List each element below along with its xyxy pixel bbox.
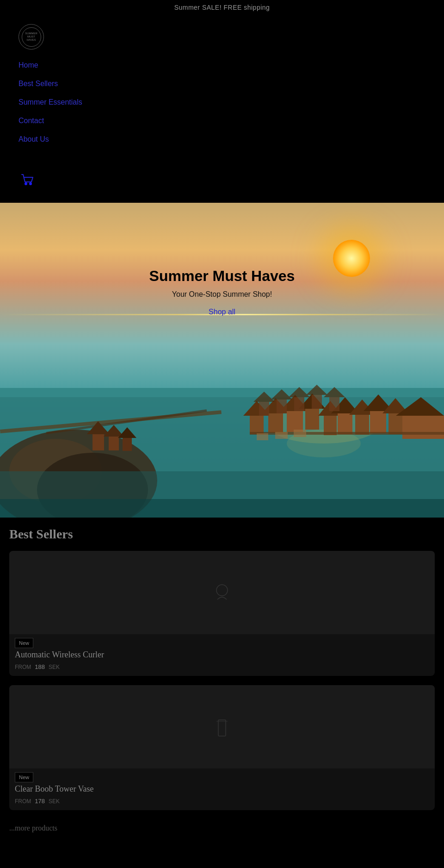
- more-products-label: ...more products: [9, 819, 435, 837]
- nav-item-about[interactable]: About Us: [18, 135, 426, 144]
- product-badge-1: New: [15, 638, 33, 648]
- price-label-2: FROM: [15, 798, 31, 805]
- nav-menu: Home Best Sellers Summer Essentials Cont…: [18, 61, 426, 144]
- products-section: Best Sellers New Automatic Wireless Curl…: [0, 518, 444, 846]
- svg-rect-29: [355, 415, 369, 435]
- product-image-2: [9, 685, 435, 768]
- product-name-2: Clear Boob Tower Vase: [9, 784, 435, 798]
- product-price-row-2: FROM 178 SEK: [9, 798, 435, 810]
- svg-rect-13: [109, 437, 119, 450]
- price-label-1: FROM: [15, 664, 31, 670]
- hero-cta-link[interactable]: Shop all: [209, 308, 235, 316]
- svg-rect-38: [257, 433, 268, 440]
- svg-rect-52: [0, 499, 444, 518]
- nav-link-home[interactable]: Home: [18, 61, 38, 69]
- hero-subtitle: Your One-Stop Summer Shop!: [149, 290, 295, 299]
- section-title: Best Sellers: [9, 527, 435, 542]
- announcement-bar: Summer SALE! FREE shipping: [0, 0, 444, 15]
- product-card-2[interactable]: New Clear Boob Tower Vase FROM 178 SEK: [9, 685, 435, 810]
- svg-rect-53: [208, 579, 236, 606]
- cart-button[interactable]: [18, 171, 36, 189]
- svg-rect-33: [388, 413, 402, 434]
- svg-point-0: [25, 183, 27, 185]
- logo[interactable]: SUMMERMUSTHAVES: [18, 24, 44, 50]
- product-image-1: [9, 551, 435, 634]
- logo-inner: SUMMERMUSTHAVES: [22, 27, 41, 47]
- price-currency-2: SEK: [49, 798, 60, 805]
- price-currency-1: SEK: [49, 664, 60, 670]
- svg-rect-45: [294, 397, 304, 411]
- nav-link-summer-essentials[interactable]: Summer Essentials: [18, 98, 82, 106]
- svg-rect-40: [294, 430, 306, 437]
- nav-link-best-sellers[interactable]: Best Sellers: [18, 80, 58, 87]
- cart-icon: [20, 173, 35, 187]
- nav-item-summer-essentials[interactable]: Summer Essentials: [18, 98, 426, 106]
- svg-point-1: [30, 183, 31, 185]
- mobile-nav: SUMMERMUSTHAVES Home Best Sellers Summer…: [0, 15, 444, 203]
- price-value-1: 188: [35, 663, 45, 670]
- svg-rect-11: [92, 434, 104, 450]
- svg-rect-17: [250, 416, 264, 434]
- svg-rect-23: [305, 409, 319, 430]
- nav-item-home[interactable]: Home: [18, 61, 426, 69]
- hero-title: Summer Must Haves: [149, 268, 295, 285]
- svg-rect-43: [277, 400, 287, 413]
- announcement-text: Summer SALE! FREE shipping: [174, 4, 270, 11]
- svg-rect-19: [268, 413, 283, 433]
- price-value-2: 178: [35, 798, 45, 805]
- nav-item-best-sellers[interactable]: Best Sellers: [18, 80, 426, 88]
- hero-section: Summer Must Haves Your One-Stop Summer S…: [0, 203, 444, 518]
- logo-text: SUMMERMUSTHAVES: [25, 32, 37, 42]
- svg-rect-39: [275, 432, 288, 439]
- main-nav: Home Best Sellers Summer Essentials Cont…: [18, 61, 426, 144]
- hero-content: Summer Must Haves Your One-Stop Summer S…: [149, 268, 295, 316]
- svg-rect-47: [312, 395, 322, 409]
- nav-link-contact[interactable]: Contact: [18, 117, 44, 125]
- nav-item-contact[interactable]: Contact: [18, 117, 426, 125]
- svg-rect-41: [259, 402, 269, 416]
- svg-rect-55: [208, 713, 236, 741]
- product-card-1[interactable]: New Automatic Wireless Curler FROM 188 S…: [9, 551, 435, 676]
- product-name-1: Automatic Wireless Curler: [9, 650, 435, 663]
- svg-rect-31: [370, 411, 386, 433]
- hero-sun: [333, 240, 370, 277]
- product-badge-2: New: [15, 772, 33, 782]
- svg-rect-27: [338, 413, 352, 434]
- svg-rect-35: [402, 416, 444, 439]
- product-price-row-1: FROM 188 SEK: [9, 663, 435, 676]
- svg-rect-21: [287, 411, 303, 432]
- nav-link-about[interactable]: About Us: [18, 135, 49, 143]
- hero-scene-svg: [0, 295, 444, 518]
- svg-rect-15: [123, 438, 132, 451]
- svg-rect-49: [329, 397, 339, 411]
